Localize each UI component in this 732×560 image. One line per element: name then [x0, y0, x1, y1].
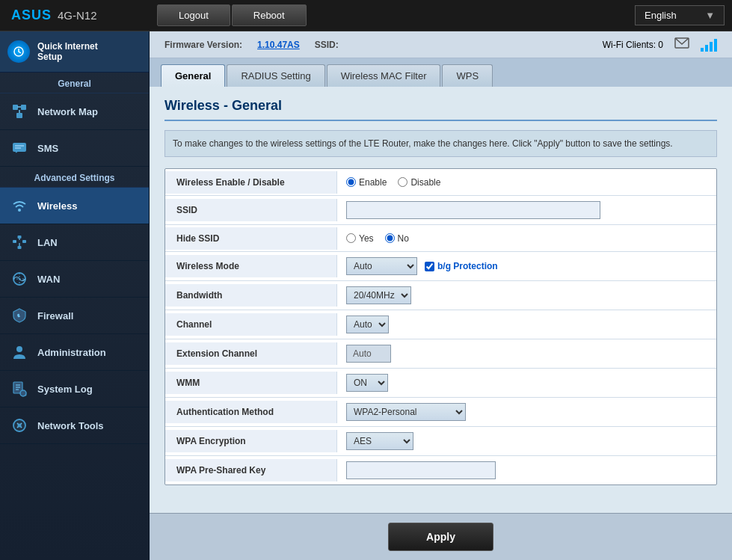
hide-ssid-yes-label[interactable]: Yes: [359, 233, 374, 244]
firmware-value[interactable]: 1.10.47AS: [257, 40, 300, 50]
tab-bar: General RADIUS Setting Wireless MAC Filt…: [150, 58, 732, 87]
sidebar-item-wan-label: WAN: [37, 274, 60, 285]
sidebar-item-firewall[interactable]: Firewall: [0, 298, 149, 334]
quick-setup-icon: [7, 40, 30, 63]
svg-point-20: [16, 346, 22, 352]
network-tools-icon: [9, 415, 30, 436]
tab-general[interactable]: General: [161, 64, 225, 87]
wireless-enable-radio: Enable Disable: [346, 177, 440, 188]
ssid-input[interactable]: [346, 201, 600, 219]
wpa-encryption-select[interactable]: AES TKIP TKIP+AES: [346, 432, 413, 450]
row-wmm: WMM ON OFF: [165, 369, 716, 398]
svg-point-9: [18, 209, 21, 212]
logo-area: ASUS 4G-N12: [0, 7, 150, 23]
model-name: 4G-N12: [58, 9, 97, 22]
sidebar-item-administration-label: Administration: [37, 347, 106, 358]
svg-rect-6: [13, 143, 26, 152]
general-section-label: General: [0, 73, 149, 93]
sidebar-item-system-log[interactable]: System Log: [0, 371, 149, 407]
wireless-enable-value: Enable Disable: [337, 172, 716, 193]
language-label: English: [645, 10, 677, 21]
hide-ssid-value: Yes No: [337, 228, 716, 249]
apply-button[interactable]: Apply: [388, 523, 493, 551]
row-channel: Channel Auto 1234 5678 91011: [165, 310, 716, 339]
page-description: To make changes to the wireless settings…: [164, 130, 717, 157]
auth-method-select[interactable]: Open System WPA-Personal WPA2-Personal W…: [346, 403, 466, 421]
bg-protection-checkbox-item[interactable]: b/g Protection: [425, 261, 498, 271]
sidebar-item-lan[interactable]: LAN: [0, 224, 149, 261]
chevron-down-icon: ▼: [705, 10, 715, 21]
sidebar-item-network-tools-label: Network Tools: [37, 420, 104, 431]
page-title: Wireless - General: [164, 98, 717, 121]
sidebar-item-network-map-label: Network Map: [37, 106, 98, 117]
wireless-mode-label: Wireless Mode: [165, 255, 337, 277]
ssid-field-value: [337, 196, 716, 224]
wpa-psk-label: WPA Pre-Shared Key: [165, 459, 337, 481]
row-auth-method: Authentication Method Open System WPA-Pe…: [165, 398, 716, 427]
wpa-psk-value: [337, 456, 716, 484]
hide-ssid-no[interactable]: No: [385, 233, 409, 244]
wireless-mode-select[interactable]: Auto b only g only n only b/g mixed b/g/…: [346, 257, 417, 275]
info-bar-right: Wi-Fi Clients: 0: [603, 37, 717, 52]
row-wpa-psk: WPA Pre-Shared Key: [165, 456, 716, 484]
wmm-select[interactable]: ON OFF: [346, 374, 388, 392]
bandwidth-select[interactable]: 20MHz 40MHz 20/40MHz: [346, 286, 411, 304]
tab-mac-filter[interactable]: Wireless MAC Filter: [327, 64, 441, 87]
language-selector[interactable]: English ▼: [635, 5, 725, 25]
sidebar-item-administration[interactable]: Administration: [0, 334, 149, 371]
message-icon[interactable]: [674, 37, 689, 52]
bg-protection-label[interactable]: b/g Protection: [437, 261, 498, 271]
firmware-label: Firmware Version:: [164, 40, 242, 50]
apply-area: Apply: [150, 513, 732, 560]
lan-icon: [9, 232, 30, 253]
bandwidth-label: Bandwidth: [165, 284, 337, 307]
auth-method-value: Open System WPA-Personal WPA2-Personal W…: [337, 398, 716, 426]
administration-icon: [9, 342, 30, 363]
sms-icon: [9, 138, 30, 159]
svg-rect-13: [18, 246, 22, 249]
bg-protection-checkbox[interactable]: [425, 262, 434, 271]
ssid-label: SSID:: [315, 40, 339, 50]
network-map-icon: [9, 101, 30, 122]
wan-icon: [9, 268, 30, 289]
svg-rect-3: [16, 113, 22, 118]
brand-logo: ASUS: [11, 7, 52, 23]
sidebar-item-quick-setup[interactable]: Quick Internet Setup: [0, 31, 149, 73]
sidebar-item-wireless[interactable]: Wireless: [0, 188, 149, 224]
extension-channel-static: Auto: [346, 345, 391, 363]
hide-ssid-yes[interactable]: Yes: [346, 233, 374, 244]
hide-ssid-no-label[interactable]: No: [398, 233, 409, 244]
logout-button[interactable]: Logout: [157, 4, 230, 26]
wireless-disable-option[interactable]: Disable: [398, 177, 440, 188]
row-wireless-mode: Wireless Mode Auto b only g only n only …: [165, 252, 716, 281]
wifi-clients-label: Wi-Fi Clients: 0: [603, 40, 663, 50]
auth-method-label: Authentication Method: [165, 401, 337, 423]
sidebar-item-firewall-label: Firewall: [37, 310, 73, 321]
sidebar-item-network-tools[interactable]: Network Tools: [0, 407, 149, 444]
sidebar-item-network-map[interactable]: Network Map: [0, 93, 149, 130]
wireless-enable-option[interactable]: Enable: [346, 177, 387, 188]
firewall-icon: [9, 305, 30, 326]
sidebar-item-wireless-label: Wireless: [37, 200, 77, 212]
wireless-disable-radio-input[interactable]: [398, 177, 407, 187]
channel-select[interactable]: Auto 1234 5678 91011: [346, 316, 389, 333]
wireless-enable-option-label[interactable]: Enable: [359, 177, 387, 188]
hide-ssid-no-input[interactable]: [385, 233, 395, 243]
reboot-button[interactable]: Reboot: [232, 4, 307, 26]
wireless-icon: [9, 195, 30, 216]
row-extension-channel: Extension Channel Auto: [165, 339, 716, 369]
wpa-encryption-value: AES TKIP TKIP+AES: [337, 427, 716, 455]
wireless-disable-option-label[interactable]: Disable: [410, 177, 440, 188]
wpa-encryption-label: WPA Encryption: [165, 430, 337, 452]
sidebar-item-sms[interactable]: SMS: [0, 130, 149, 167]
hide-ssid-yes-input[interactable]: [346, 233, 356, 243]
tab-wps[interactable]: WPS: [442, 64, 493, 87]
wpa-psk-input[interactable]: [346, 461, 496, 479]
tab-radius[interactable]: RADIUS Setting: [227, 64, 325, 87]
row-ssid: SSID: [165, 196, 716, 225]
settings-table: Wireless Enable / Disable Enable Disable: [164, 168, 717, 485]
wireless-enable-radio-input[interactable]: [346, 177, 356, 187]
channel-label: Channel: [165, 313, 337, 336]
sidebar-item-wan[interactable]: WAN: [0, 261, 149, 298]
main-layout: Quick Internet Setup General Network Map: [0, 31, 732, 560]
